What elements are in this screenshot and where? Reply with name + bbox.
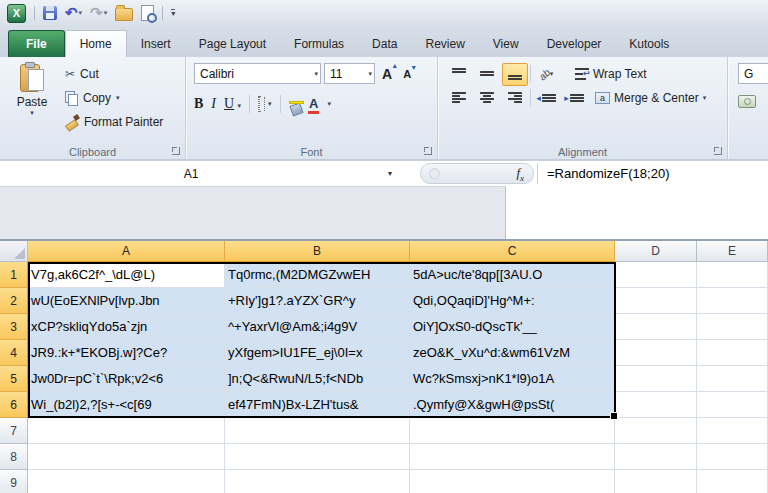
- orientation-button[interactable]: ab▾: [533, 63, 559, 86]
- tab-formulas[interactable]: Formulas: [280, 32, 358, 57]
- row-header-7[interactable]: 7: [0, 418, 28, 444]
- cell-a5[interactable]: Jw0Dr=pC`t`\Rpk;v2<6: [28, 366, 225, 392]
- cell-d2[interactable]: [615, 288, 697, 314]
- tab-view[interactable]: View: [479, 32, 533, 57]
- paste-dropdown[interactable]: ▾: [30, 109, 34, 117]
- cell-e9[interactable]: [697, 470, 768, 493]
- tab-kutools[interactable]: Kutools: [615, 32, 683, 57]
- tab-data[interactable]: Data: [358, 32, 411, 57]
- italic-button[interactable]: I: [211, 96, 216, 112]
- align-right-button[interactable]: [502, 87, 528, 110]
- cell-b6[interactable]: ef47FmN)Bx-LZH'tus&: [225, 392, 410, 418]
- name-box-dropdown[interactable]: ▾: [382, 161, 398, 186]
- row-header-8[interactable]: 8: [0, 444, 28, 470]
- tab-page-layout[interactable]: Page Layout: [185, 32, 280, 57]
- cell-d8[interactable]: [615, 444, 697, 470]
- insert-function-button[interactable]: fx: [420, 163, 534, 184]
- formula-input[interactable]: =RandomizeF(18;20): [541, 161, 768, 186]
- tab-developer[interactable]: Developer: [533, 32, 616, 57]
- select-all-button[interactable]: [0, 241, 28, 262]
- cell-a3[interactable]: xCP?skliqYdo5a`zjn: [28, 314, 225, 340]
- align-left-button[interactable]: [446, 87, 472, 110]
- cell-d7[interactable]: [615, 418, 697, 444]
- cell-e1[interactable]: [697, 262, 768, 288]
- cell-b3[interactable]: ^+YaxrVl@Am&;i4g9V: [225, 314, 410, 340]
- formula-edit-area[interactable]: [506, 186, 768, 239]
- font-color-dropdown[interactable]: ▾: [327, 100, 331, 108]
- cell-e6[interactable]: [697, 392, 768, 418]
- tab-review[interactable]: Review: [411, 32, 478, 57]
- cell-b2[interactable]: +RIy']g1?.aYZX`GR^y: [225, 288, 410, 314]
- copy-button[interactable]: Copy ▾: [62, 88, 166, 108]
- cell-b1[interactable]: Tq0rmc,(M2DMGZvwEH: [225, 262, 410, 288]
- underline-button[interactable]: U ▾: [224, 96, 241, 112]
- cell-a2[interactable]: wU(EoEXNlPv[lvp.Jbn: [28, 288, 225, 314]
- decrease-indent-button[interactable]: ◂: [533, 87, 559, 110]
- wrap-text-button[interactable]: ↩ Wrap Text: [575, 67, 647, 81]
- excel-logo-icon[interactable]: X: [5, 3, 28, 23]
- font-dialog-launcher[interactable]: [424, 147, 432, 155]
- cell-d4[interactable]: [615, 340, 697, 366]
- cell-c4[interactable]: zeO&K_vXu^d:&wm61VzM: [410, 340, 615, 366]
- customize-qat-button[interactable]: ▾: [169, 3, 177, 23]
- column-header-d[interactable]: D: [615, 241, 697, 262]
- cell-d1[interactable]: [615, 262, 697, 288]
- bold-button[interactable]: B: [194, 96, 203, 112]
- redo-button[interactable]: ↷ ▾: [88, 3, 109, 23]
- cell-e3[interactable]: [697, 314, 768, 340]
- cell-b4[interactable]: yXfgem>IU1FE_ej\0I=x: [225, 340, 410, 366]
- row-header-1[interactable]: 1: [0, 262, 28, 288]
- cell-e7[interactable]: [697, 418, 768, 444]
- cell-a7[interactable]: [28, 418, 225, 444]
- name-box[interactable]: A1: [0, 161, 382, 186]
- cell-c7[interactable]: [410, 418, 615, 444]
- cell-a6[interactable]: Wi_(b2l)2,?[s+-<c[69: [28, 392, 225, 418]
- row-header-3[interactable]: 3: [0, 314, 28, 340]
- cell-b5[interactable]: ]n;Q<&RwuN/L5;f<NDb: [225, 366, 410, 392]
- bottom-align-button[interactable]: [502, 63, 528, 86]
- format-painter-button[interactable]: Format Painter: [62, 112, 166, 132]
- cell-e2[interactable]: [697, 288, 768, 314]
- cell-a1[interactable]: V7g,ak6C2f^_\dL@L): [28, 262, 225, 288]
- clipboard-dialog-launcher[interactable]: [172, 147, 180, 155]
- column-header-e[interactable]: E: [697, 241, 768, 262]
- cell-d5[interactable]: [615, 366, 697, 392]
- top-align-button[interactable]: [446, 63, 472, 86]
- redo-dropdown[interactable]: ▾: [104, 9, 108, 17]
- grow-font-button[interactable]: A▲: [378, 66, 396, 82]
- cell-a8[interactable]: [28, 444, 225, 470]
- column-header-b[interactable]: B: [225, 241, 410, 262]
- row-header-2[interactable]: 2: [0, 288, 28, 314]
- cell-e5[interactable]: [697, 366, 768, 392]
- cut-button[interactable]: ✂ Cut: [62, 64, 166, 84]
- alignment-dialog-launcher[interactable]: [714, 147, 722, 155]
- cell-b8[interactable]: [225, 444, 410, 470]
- row-header-6[interactable]: 6: [0, 392, 28, 418]
- print-preview-button[interactable]: [139, 3, 156, 23]
- borders-dropdown[interactable]: ▾: [268, 100, 272, 108]
- cell-a9[interactable]: [28, 470, 225, 493]
- cell-c1[interactable]: 5dA>uc/te'8qp[[3AU.O: [410, 262, 615, 288]
- row-header-5[interactable]: 5: [0, 366, 28, 392]
- middle-align-button[interactable]: [474, 63, 500, 86]
- shrink-font-button[interactable]: A▼: [399, 68, 415, 80]
- cell-e8[interactable]: [697, 444, 768, 470]
- cell-c8[interactable]: [410, 444, 615, 470]
- align-center-button[interactable]: [474, 87, 500, 110]
- tab-home[interactable]: Home: [65, 30, 127, 57]
- cell-c2[interactable]: Qdi,OQaqiD]'Hg^M+:: [410, 288, 615, 314]
- cell-b7[interactable]: [225, 418, 410, 444]
- accounting-format-icon[interactable]: [738, 95, 756, 108]
- cell-c6[interactable]: .Qymfy@X&gwH@psSt(: [410, 392, 615, 418]
- save-button[interactable]: [41, 3, 59, 23]
- cell-d3[interactable]: [615, 314, 697, 340]
- font-size-combo[interactable]: 11 ▾: [324, 63, 375, 84]
- cell-d9[interactable]: [615, 470, 697, 493]
- cell-a4[interactable]: JR9.:k+*EKOBj.w]?Ce?: [28, 340, 225, 366]
- font-color-button[interactable]: A: [308, 97, 319, 111]
- underline-dropdown[interactable]: ▾: [237, 102, 241, 109]
- cell-d6[interactable]: [615, 392, 697, 418]
- cell-c9[interactable]: [410, 470, 615, 493]
- cell-c3[interactable]: OiY]OxS0-dQscTk'__: [410, 314, 615, 340]
- tab-insert[interactable]: Insert: [127, 32, 185, 57]
